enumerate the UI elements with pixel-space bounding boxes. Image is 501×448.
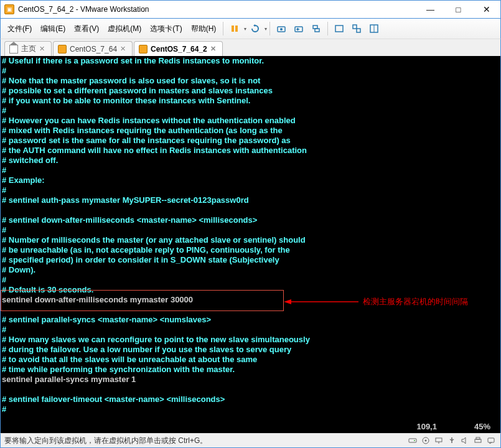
- terminal-output: # Useful if there is a password set in t…: [1, 56, 500, 414]
- svg-point-16: [414, 440, 415, 441]
- titlebar: ▣ CentOS_7_64_2 - VMware Workstation — □…: [0, 0, 501, 19]
- hdd-icon[interactable]: [407, 436, 418, 446]
- scroll-percent: 45%: [474, 422, 490, 432]
- reset-button[interactable]: [247, 21, 263, 37]
- menu-edit[interactable]: 编辑(E): [36, 21, 70, 37]
- usb-icon[interactable]: [446, 436, 457, 446]
- terminal[interactable]: # Useful if there is a password set in t…: [0, 56, 501, 433]
- printer-icon[interactable]: [472, 436, 484, 446]
- svg-rect-9: [353, 25, 357, 29]
- vim-status: 109,1 45%: [416, 422, 490, 432]
- close-tab-icon[interactable]: ✕: [210, 45, 216, 53]
- menu-help[interactable]: 帮助(H): [187, 21, 221, 37]
- svg-point-18: [425, 440, 427, 442]
- tab-centos2[interactable]: CentOS_7_64_2 ✕: [134, 41, 223, 56]
- network-icon[interactable]: [433, 436, 444, 446]
- svg-marker-2: [253, 24, 255, 27]
- sound-icon[interactable]: [459, 436, 471, 446]
- home-icon: [9, 45, 18, 54]
- window-title: CentOS_7_64_2 - VMware Workstation: [18, 5, 416, 14]
- svg-rect-24: [488, 438, 494, 442]
- separator: [223, 22, 223, 35]
- close-tab-icon[interactable]: ✕: [39, 45, 45, 53]
- separator: [269, 22, 270, 35]
- close-button[interactable]: ✕: [472, 1, 500, 18]
- close-tab-icon[interactable]: ✕: [120, 45, 126, 53]
- status-icons: [407, 436, 497, 446]
- stretch-button[interactable]: [366, 21, 382, 37]
- tab-label: CentOS_7_64_2: [151, 45, 207, 54]
- dropdown-icon[interactable]: ▾: [244, 26, 246, 32]
- snapshot-manager-button[interactable]: [308, 21, 324, 37]
- tab-label: 主页: [21, 44, 36, 54]
- svg-rect-23: [476, 437, 480, 439]
- tab-centos1[interactable]: CentOS_7_64 ✕: [53, 41, 133, 56]
- separator: [327, 22, 328, 35]
- menu-tabs[interactable]: 选项卡(T): [146, 21, 186, 37]
- svg-marker-21: [462, 437, 466, 444]
- annotation-text: 检测主服务器宕机的时间间隔: [363, 297, 468, 307]
- menu-vm[interactable]: 虚拟机(M): [103, 21, 146, 37]
- message-icon[interactable]: [485, 436, 497, 446]
- menubar: 文件(F) 编辑(E) 查看(V) 虚拟机(M) 选项卡(T) 帮助(H) ▾ …: [0, 19, 501, 39]
- svg-rect-1: [235, 26, 238, 32]
- vm-icon: [58, 45, 67, 54]
- unity-button[interactable]: [349, 21, 365, 37]
- dropdown-icon[interactable]: ▾: [265, 26, 267, 32]
- tab-label: CentOS_7_64: [70, 45, 117, 54]
- pause-button[interactable]: [227, 21, 243, 37]
- app-icon: ▣: [4, 4, 14, 14]
- svg-rect-19: [436, 438, 442, 442]
- cd-icon[interactable]: [420, 436, 431, 446]
- svg-rect-7: [315, 29, 319, 32]
- snapshot-button[interactable]: [273, 21, 289, 37]
- statusbar: 要将输入定向到该虚拟机，请在虚拟机内部单击或按 Ctrl+G。: [0, 433, 501, 448]
- svg-rect-10: [357, 29, 360, 32]
- vm-icon: [139, 45, 147, 54]
- menu-view[interactable]: 查看(V): [70, 21, 103, 37]
- menu-file[interactable]: 文件(F): [3, 21, 36, 37]
- status-text: 要将输入定向到该虚拟机，请在虚拟机内部单击或按 Ctrl+G。: [4, 436, 207, 446]
- cursor-position: 109,1: [416, 422, 437, 432]
- tab-home[interactable]: 主页 ✕: [4, 41, 52, 56]
- fullscreen-button[interactable]: [331, 21, 347, 37]
- maximize-button[interactable]: □: [444, 1, 472, 18]
- svg-point-4: [280, 28, 283, 30]
- minimize-button[interactable]: —: [416, 1, 444, 18]
- revert-button[interactable]: [291, 21, 307, 37]
- svg-rect-0: [232, 26, 234, 32]
- svg-rect-8: [335, 26, 343, 32]
- svg-rect-22: [475, 439, 481, 442]
- tabbar: 主页 ✕ CentOS_7_64 ✕ CentOS_7_64_2 ✕: [0, 39, 501, 56]
- svg-rect-15: [409, 439, 416, 442]
